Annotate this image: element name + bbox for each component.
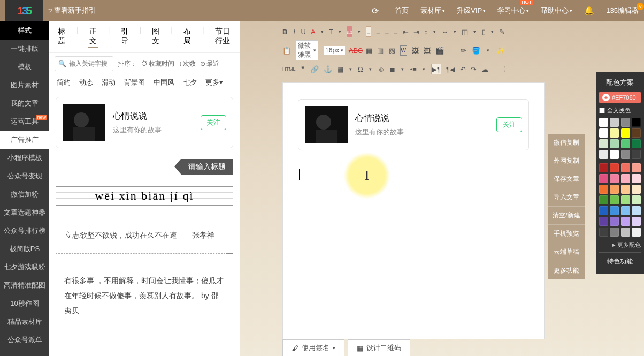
sidebar-item[interactable]: 公众号变现 [0,167,49,185]
guide-link[interactable]: ? 查看新手指引 [48,6,96,16]
emoji-button[interactable]: ☺ [378,64,385,74]
divider-button[interactable]: — [449,45,456,56]
word-button[interactable]: W [400,45,407,56]
follow-button[interactable]: 关注 [496,117,522,132]
bg-color-button[interactable]: ab [347,26,352,37]
italic-button[interactable]: I [292,26,296,37]
chevron-down-icon[interactable]: ▾ [400,64,405,74]
sidebar-item[interactable]: 公众号派单 [0,331,49,349]
sidebar-item[interactable]: 小程序模板 [0,149,49,167]
font-color-button[interactable]: A [311,26,316,37]
chevron-down-icon[interactable]: ▾ [357,26,361,37]
sort-recent[interactable]: ⊙最近 [200,59,219,69]
fill-button[interactable]: 🪣 [472,45,480,56]
fullpage-bg-button[interactable]: ▧ [389,45,395,56]
color-swatch[interactable] [621,163,630,172]
font-family-select[interactable]: 微软雅黑▾ [296,40,318,60]
margin-button[interactable]: ◫ [462,26,468,37]
nav-brand[interactable]: 135编辑器V [606,6,639,16]
sort-fav-time[interactable]: ⏱收藏时间 [141,59,174,69]
color-swatch[interactable] [599,206,608,215]
color-swatch[interactable] [621,185,630,194]
action-button[interactable]: 手机预览 [548,225,585,243]
subtab-item[interactable]: 中国风 [154,78,174,87]
bold-button[interactable]: B [282,26,287,37]
color-swatch[interactable] [632,228,641,237]
underline-button[interactable]: U [301,26,306,37]
title-input-sample[interactable]: 请输入标题 [56,159,233,175]
color-swatch[interactable] [599,139,608,148]
align-justify-button[interactable]: ≡ [394,26,398,37]
color-swatch[interactable] [621,139,630,148]
line-height-button[interactable]: ↕ [424,26,428,37]
color-swatch[interactable] [621,174,630,183]
bell-icon[interactable]: 🔔 [584,6,594,16]
qrcode-tab[interactable]: ▦设计二维码 [348,339,410,356]
more-colors-link[interactable]: ▸ 更多配色 [599,241,641,249]
color-swatch[interactable] [599,128,608,138]
color-swatch[interactable] [632,118,641,127]
preview-button[interactable]: ☁ [481,64,488,74]
sidebar-item[interactable]: 图片素材 [0,76,49,94]
color-swatch[interactable] [610,195,619,204]
pinyin-sample[interactable]: wēi xìn biān jí qì [56,186,233,206]
color-swatch[interactable] [621,150,630,159]
sidebar-item[interactable]: 精品素材库 [0,313,49,331]
chevron-down-icon[interactable]: ▾ [368,64,373,74]
color-swatch[interactable] [621,228,630,237]
color-swatch[interactable] [621,118,630,127]
action-button[interactable]: 更多功能 [548,261,585,279]
color-swatch[interactable] [632,217,641,226]
sidebar-item[interactable]: 一键排版 [0,40,49,58]
action-button[interactable]: 微信复制 [548,134,585,152]
sidebar-item[interactable]: 极简版PS [0,240,49,258]
color-swatch[interactable] [621,217,630,226]
color-swatch[interactable] [610,185,619,194]
subtab-item[interactable]: 七夕 [183,78,197,87]
redo-button[interactable]: ↷ [471,64,477,74]
chevron-down-icon[interactable]: ▾ [473,26,477,37]
align-left-button[interactable]: ≡ [366,26,371,37]
sidebar-item[interactable]: 微信加粉 [0,185,49,203]
anchor-button[interactable]: ⚓ [324,64,332,74]
story-sample[interactable]: 有很多事 ，不用解释，时间会让我懂事；傻瓜才在年轻时候不做傻事，羡慕别人有故事。… [56,264,233,327]
tab-item[interactable]: 节日行业 [214,26,232,48]
color-swatch[interactable] [610,228,619,237]
tab-item[interactable]: 布局 [182,26,193,48]
action-button[interactable]: 导入文章 [548,188,585,207]
rtl-button[interactable]: ¶◀ [446,64,455,74]
align-right-button[interactable]: ≡ [385,26,389,37]
ltr-button[interactable]: ▶¶ [431,64,441,74]
strike-button[interactable]: ABC [350,45,361,56]
sidebar-item[interactable]: 我的文章 [0,94,49,112]
video-button[interactable]: 🎬 [435,45,444,56]
color-swatch[interactable] [599,228,608,237]
main-color-button[interactable]: + #EF7060 [599,92,641,103]
sidebar-item[interactable]: 运营工具new [0,112,49,131]
html-button[interactable]: HTML [282,64,296,74]
color-swatch[interactable] [599,163,608,172]
color-swatch[interactable] [632,128,641,138]
color-swatch[interactable] [621,128,630,138]
tab-item[interactable]: 引导 [120,26,130,48]
full-swap-input[interactable] [599,108,605,113]
color-swatch[interactable] [632,174,641,183]
chevron-down-icon[interactable]: ▾ [453,26,457,37]
columns-button[interactable]: ▥ [377,45,384,56]
padding-button[interactable]: ▯ [482,26,486,37]
action-button[interactable]: 云端草稿 [548,243,585,261]
sidebar-item[interactable]: 模板 [0,58,49,76]
magic-button[interactable]: ✨ [496,45,505,56]
color-swatch[interactable] [599,195,608,204]
chevron-down-icon[interactable]: ▾ [338,26,342,37]
search-input[interactable] [69,60,113,67]
follow-button[interactable]: 关注 [201,115,226,130]
color-swatch[interactable] [599,217,608,226]
color-swatch[interactable] [610,139,619,148]
subtab-item[interactable]: 滑动 [102,78,116,87]
letter-spacing-button[interactable]: ↔ [441,26,448,37]
paste-button[interactable]: 📋 [282,45,291,56]
nav-help[interactable]: 帮助中心▾ [541,6,572,16]
align-center-button[interactable]: ≡ [376,26,380,37]
color-swatch[interactable] [610,174,619,183]
